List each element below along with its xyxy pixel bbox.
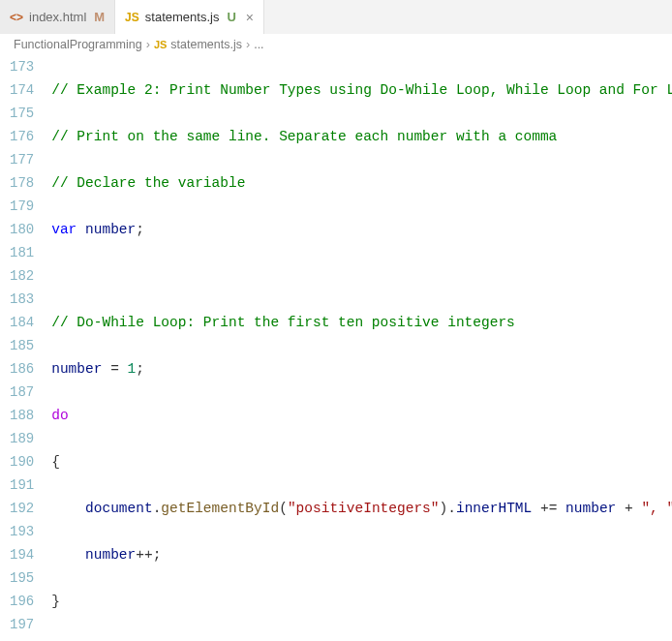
code-line: } bbox=[51, 590, 672, 613]
code-editor[interactable]: 1731741751761771781791801811821831841851… bbox=[0, 55, 672, 641]
tab-label: statements.js bbox=[145, 10, 220, 24]
code-line: while (number <= 10); bbox=[51, 636, 672, 641]
untracked-badge: U bbox=[227, 10, 235, 24]
tab-index-html[interactable]: <> index.html M bbox=[0, 0, 115, 34]
code-line: number = 1; bbox=[51, 357, 672, 381]
breadcrumb-trail: ... bbox=[254, 38, 263, 51]
line-number: 196 bbox=[10, 590, 34, 613]
line-number: 178 bbox=[10, 171, 34, 195]
line-number: 192 bbox=[10, 497, 34, 520]
line-number: 173 bbox=[10, 55, 34, 78]
code-line: var number; bbox=[51, 218, 672, 241]
line-number: 191 bbox=[10, 473, 34, 497]
line-number: 182 bbox=[10, 264, 34, 288]
line-number: 186 bbox=[10, 357, 34, 381]
line-number: 194 bbox=[10, 543, 34, 566]
line-number: 177 bbox=[10, 148, 34, 171]
chevron-right-icon: › bbox=[146, 38, 150, 51]
code-line: // Print on the same line. Separate each… bbox=[51, 125, 672, 148]
code-line: // Example 2: Print Number Types using D… bbox=[51, 78, 672, 102]
breadcrumb-file: statements.js bbox=[170, 38, 242, 51]
breadcrumb[interactable]: FunctionalProgramming › JS statements.js… bbox=[0, 34, 672, 55]
code-line: number++; bbox=[51, 543, 672, 566]
tab-bar: <> index.html M JS statements.js U × bbox=[0, 0, 672, 34]
chevron-right-icon: › bbox=[246, 38, 250, 51]
code-line: document.getElementById("positiveInteger… bbox=[51, 497, 672, 520]
line-number: 195 bbox=[10, 566, 34, 590]
code-line bbox=[51, 264, 672, 288]
code-line: // Declare the variable bbox=[51, 171, 672, 195]
modified-badge: M bbox=[94, 10, 105, 24]
code-line: { bbox=[51, 450, 672, 473]
line-number: 179 bbox=[10, 195, 34, 218]
line-number: 197 bbox=[10, 613, 34, 636]
line-number: 185 bbox=[10, 334, 34, 357]
line-number: 181 bbox=[10, 241, 34, 264]
line-number: 187 bbox=[10, 381, 34, 404]
line-number: 175 bbox=[10, 102, 34, 125]
code-content[interactable]: // Example 2: Print Number Types using D… bbox=[51, 55, 672, 641]
line-number: 180 bbox=[10, 218, 34, 241]
line-number: 188 bbox=[10, 404, 34, 427]
line-number: 193 bbox=[10, 520, 34, 543]
js-file-icon: JS bbox=[154, 39, 167, 50]
tab-label: index.html bbox=[29, 10, 86, 24]
code-line: do bbox=[51, 404, 672, 427]
line-number: 190 bbox=[10, 450, 34, 473]
tab-statements-js[interactable]: JS statements.js U × bbox=[115, 0, 264, 34]
html-file-icon: <> bbox=[10, 11, 23, 24]
line-number: 174 bbox=[10, 78, 34, 102]
line-number: 189 bbox=[10, 427, 34, 450]
close-icon[interactable]: × bbox=[246, 10, 254, 25]
breadcrumb-root: FunctionalProgramming bbox=[14, 38, 142, 51]
line-number: 184 bbox=[10, 311, 34, 334]
line-number: 176 bbox=[10, 125, 34, 148]
js-file-icon: JS bbox=[125, 11, 139, 24]
line-number: 183 bbox=[10, 288, 34, 311]
code-line: // Do-While Loop: Print the first ten po… bbox=[51, 311, 672, 334]
line-number-gutter: 1731741751761771781791801811821831841851… bbox=[0, 55, 51, 641]
